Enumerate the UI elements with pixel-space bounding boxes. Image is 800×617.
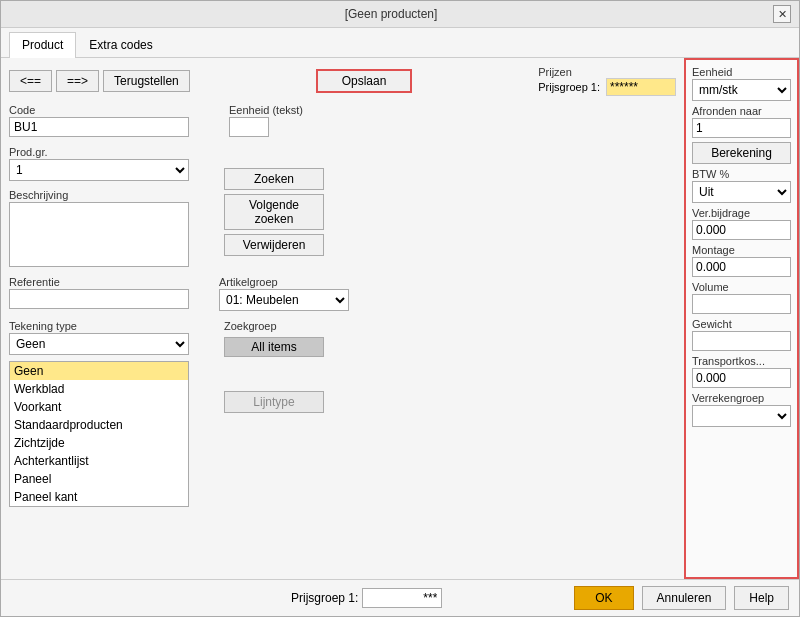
referentie-input[interactable] — [9, 289, 189, 309]
afronden-group: Afronden naar — [692, 105, 791, 138]
titlebar: [Geen producten] ✕ — [1, 1, 799, 28]
transportkos-group: Transportkos... — [692, 355, 791, 388]
nav-right-button[interactable]: ==> — [56, 70, 99, 92]
annuleren-button[interactable]: Annuleren — [642, 586, 727, 610]
prodgr-label: Prod.gr. — [9, 146, 194, 158]
btw-group: BTW % Uit — [692, 168, 791, 203]
dropdown-item-paneelkant[interactable]: Paneel kant — [10, 488, 188, 506]
dialog: [Geen producten] ✕ Product Extra codes <… — [0, 0, 800, 617]
gewicht-group: Gewicht — [692, 318, 791, 351]
btw-select[interactable]: Uit — [692, 181, 791, 203]
zoekgroep-section: Zoekgroep Lijntype — [224, 320, 324, 507]
dropdown-item-achterkant[interactable]: Achterkantlijst — [10, 452, 188, 470]
bottom-prijsgroep-label: Prijsgroep 1: — [291, 591, 358, 605]
verbijdrage-label: Ver.bijdrage — [692, 207, 791, 219]
verrekengroep-group: Verrekengroep — [692, 392, 791, 427]
nav-left-button[interactable]: <== — [9, 70, 52, 92]
bottom-bar: Prijsgroep 1: OK Annuleren Help — [1, 579, 799, 616]
gewicht-input[interactable] — [692, 331, 791, 351]
main-area: <== ==> Terugstellen Opslaan Prijzen Pri… — [1, 58, 684, 579]
dropdown-item-geen[interactable]: Geen — [10, 362, 188, 380]
help-button[interactable]: Help — [734, 586, 789, 610]
dropdown-item-paneel[interactable]: Paneel — [10, 470, 188, 488]
gewicht-label: Gewicht — [692, 318, 791, 330]
beschrijving-label: Beschrijving — [9, 189, 194, 201]
prodgr-select[interactable]: 1 — [9, 159, 189, 181]
referentie-label: Referentie — [9, 276, 189, 288]
tab-product[interactable]: Product — [9, 32, 76, 58]
save-button[interactable]: Opslaan — [316, 69, 413, 93]
artikelgroep-label: Artikelgroep — [219, 276, 349, 288]
tab-extra-codes[interactable]: Extra codes — [76, 32, 165, 57]
tabs-bar: Product Extra codes — [1, 28, 799, 58]
eenheid-right-label: Eenheid — [692, 66, 791, 78]
eenheid-tekst-input[interactable] — [229, 117, 269, 137]
dropdown-item-voorkant[interactable]: Voorkant — [10, 398, 188, 416]
afronden-input[interactable] — [692, 118, 791, 138]
artikelgroep-select[interactable]: 01: Meubelen — [219, 289, 349, 311]
prijsgroep-input[interactable] — [606, 78, 676, 96]
montage-group: Montage — [692, 244, 791, 277]
tekening-type-dropdown[interactable]: Geen Werkblad Voorkant Standaardproducte… — [9, 361, 189, 507]
reset-button[interactable]: Terugstellen — [103, 70, 190, 92]
code-field-group: Code — [9, 104, 189, 137]
volume-input[interactable] — [692, 294, 791, 314]
beschrijving-input[interactable] — [9, 202, 189, 267]
eenheid-right-select[interactable]: mm/stk — [692, 79, 791, 101]
code-label: Code — [9, 104, 189, 116]
artikelgroep-field-group: Artikelgroep 01: Meubelen — [219, 276, 349, 311]
zoekgroep-input[interactable] — [224, 337, 324, 357]
dropdown-item-zichtzijde[interactable]: Zichtzijde — [10, 434, 188, 452]
prodgr-field-group: Prod.gr. 1 — [9, 146, 194, 181]
dialog-title: [Geen producten] — [9, 7, 773, 21]
verwijderen-button[interactable]: Verwijderen — [224, 234, 324, 256]
referentie-field-group: Referentie — [9, 276, 189, 311]
btw-label: BTW % — [692, 168, 791, 180]
right-panel: Eenheid mm/stk Afronden naar Berekening … — [684, 58, 799, 579]
eenheid-tekst-label: Eenheid (tekst) — [229, 104, 303, 116]
volume-label: Volume — [692, 281, 791, 293]
afronden-label: Afronden naar — [692, 105, 791, 117]
action-buttons: Zoeken Volgende zoeken Verwijderen — [224, 168, 324, 271]
beschrijving-field-group: Beschrijving — [9, 189, 194, 267]
tekening-type-label: Tekening type — [9, 320, 194, 332]
prijzen-label: Prijzen — [538, 66, 572, 78]
volgende-zoeken-button[interactable]: Volgende zoeken — [224, 194, 324, 230]
zoekgroep-label: Zoekgroep — [224, 320, 324, 332]
bottom-prijsgroep-input[interactable] — [362, 588, 442, 608]
montage-label: Montage — [692, 244, 791, 256]
eenheid-group: Eenheid mm/stk — [692, 66, 791, 101]
lijntype-button[interactable]: Lijntype — [224, 391, 324, 413]
content-area: <== ==> Terugstellen Opslaan Prijzen Pri… — [1, 58, 799, 579]
bottom-prices: Prijsgroep 1: — [291, 588, 442, 608]
transportkos-label: Transportkos... — [692, 355, 791, 367]
verrekengroep-select[interactable] — [692, 405, 791, 427]
montage-input[interactable] — [692, 257, 791, 277]
transportkos-input[interactable] — [692, 368, 791, 388]
dropdown-item-werkblad[interactable]: Werkblad — [10, 380, 188, 398]
dropdown-item-standaard[interactable]: Standaardproducten — [10, 416, 188, 434]
tekening-type-field-group: Tekening type Geen — [9, 320, 194, 355]
close-button[interactable]: ✕ — [773, 5, 791, 23]
eenheid-tekst-field-group: Eenheid (tekst) — [229, 104, 303, 137]
verbijdrage-input[interactable] — [692, 220, 791, 240]
code-input[interactable] — [9, 117, 189, 137]
tekening-type-select[interactable]: Geen — [9, 333, 189, 355]
verbijdrage-group: Ver.bijdrage — [692, 207, 791, 240]
berekening-button[interactable]: Berekening — [692, 142, 791, 164]
verrekengroep-label: Verrekengroep — [692, 392, 791, 404]
zoeken-button[interactable]: Zoeken — [224, 168, 324, 190]
volume-group: Volume — [692, 281, 791, 314]
prijsgroep-label: Prijsgroep 1: — [538, 81, 600, 93]
ok-button[interactable]: OK — [574, 586, 633, 610]
